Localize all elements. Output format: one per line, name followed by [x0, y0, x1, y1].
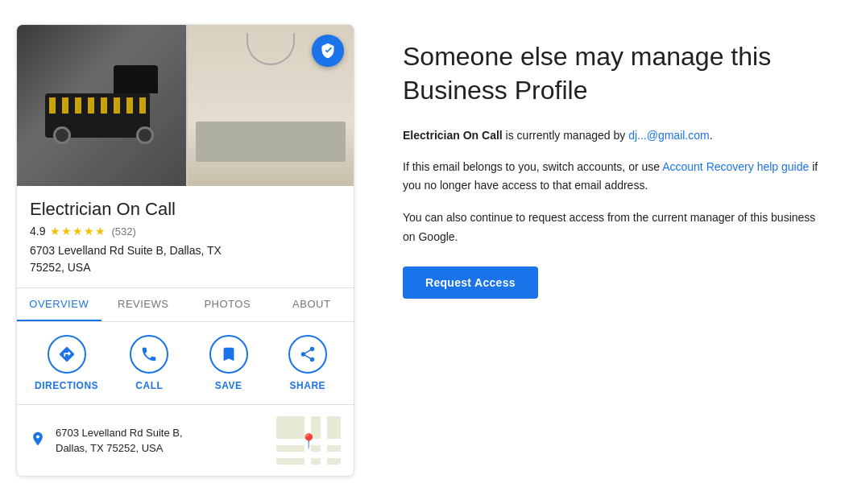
- directions-button[interactable]: DIRECTIONS: [35, 335, 98, 391]
- request-access-button[interactable]: Request Access: [403, 266, 538, 299]
- call-circle: [130, 335, 168, 374]
- location-address: 6703 Levelland Rd Suite B,Dallas, TX 752…: [56, 425, 267, 456]
- managed-by-text: Electrician On Call is currently managed…: [403, 126, 825, 144]
- business-card: Electrician On Call 4.9 ★★★★★ (532) 6703…: [16, 24, 354, 477]
- rating-number: 4.9: [30, 225, 45, 238]
- share-icon: [299, 345, 317, 363]
- directions-label: DIRECTIONS: [35, 380, 98, 391]
- save-icon: [220, 345, 238, 363]
- shield-icon: [320, 43, 336, 59]
- share-label: SHARE: [290, 380, 326, 391]
- star-rating: ★★★★★: [50, 225, 106, 238]
- managed-biz-name: Electrician On Call: [403, 129, 503, 142]
- photo-section: [17, 25, 354, 186]
- map-pin-icon: 📍: [300, 432, 317, 450]
- share-button[interactable]: SHARE: [280, 335, 336, 391]
- switch-account-text: If this email belongs to you, switch acc…: [403, 158, 825, 196]
- tabs-row: OVERVIEW REVIEWS PHOTOS ABOUT: [17, 287, 354, 322]
- tab-about[interactable]: ABOUT: [270, 288, 354, 321]
- call-icon: [140, 345, 158, 363]
- call-button[interactable]: CALL: [121, 335, 177, 391]
- business-address: 6703 Levelland Rd Suite B, Dallas, TX 75…: [30, 242, 341, 276]
- actions-row: DIRECTIONS CALL SAVE: [17, 322, 354, 405]
- location-row: 6703 Levelland Rd Suite B,Dallas, TX 752…: [17, 405, 354, 476]
- call-label: CALL: [135, 380, 163, 391]
- save-button[interactable]: SAVE: [201, 335, 257, 391]
- truck-image: [37, 65, 166, 146]
- location-pin-icon: [30, 431, 46, 451]
- managed-email: dj...@gmail.com: [628, 129, 710, 142]
- business-info: Electrician On Call 4.9 ★★★★★ (532) 6703…: [17, 186, 354, 276]
- save-label: SAVE: [215, 380, 242, 391]
- shield-badge[interactable]: [312, 35, 344, 67]
- review-count: (532): [111, 225, 135, 238]
- directions-icon: [58, 345, 76, 363]
- map-thumbnail[interactable]: 📍: [276, 416, 341, 465]
- tab-overview[interactable]: OVERVIEW: [17, 288, 102, 321]
- tab-reviews[interactable]: REVIEWS: [102, 288, 186, 321]
- photo-left: [17, 25, 186, 186]
- request-access-text: You can also continue to request access …: [403, 209, 825, 247]
- page-title: Someone else may manage this Business Pr…: [403, 40, 825, 107]
- business-name: Electrician On Call: [30, 199, 341, 220]
- save-circle: [209, 335, 248, 374]
- rating-row: 4.9 ★★★★★ (532): [30, 225, 341, 238]
- right-panel: Someone else may manage this Business Pr…: [403, 24, 825, 477]
- directions-circle: [48, 335, 86, 374]
- account-recovery-link[interactable]: Account Recovery help guide: [662, 160, 809, 173]
- share-circle: [288, 335, 327, 374]
- tab-photos[interactable]: PHOTOS: [185, 288, 270, 321]
